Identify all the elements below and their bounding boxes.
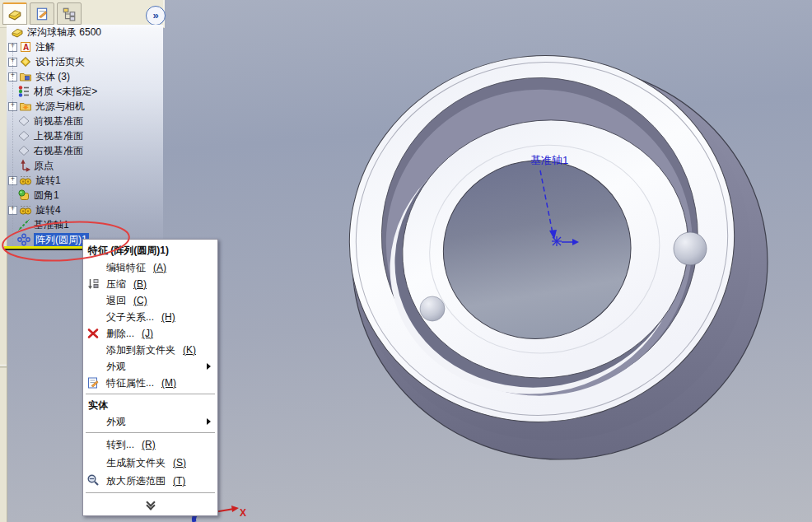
fillet-icon [17, 189, 30, 202]
menu-item-add-to-new-folder[interactable]: 添加到新文件夹(K) [83, 342, 217, 358]
tree-guide-line [12, 44, 13, 252]
plane-icon [17, 114, 30, 128]
triad-x-label: X [240, 507, 246, 519]
feature-manager-part-icon [7, 7, 22, 21]
lights-cameras-folder-icon [19, 100, 32, 113]
context-menu: 特征 (阵列(圆周)1) 编辑特征(A) 压缩(B) 退回(C) 父子关系...… [82, 239, 218, 516]
app-window: X 基准轴1 [0, 0, 812, 522]
tree-item-label: 深沟球轴承 6500 [27, 26, 101, 40]
feature-tree: 深沟球轴承 6500 + A 注解 + 设计活页夹 + 实体 (3) [7, 25, 163, 254]
menu-item-zoom-to-selection[interactable]: 放大所选范围(T) [83, 472, 217, 490]
manager-tab-bar: » [0, 0, 165, 28]
menu-item-go-to[interactable]: 转到...(R) [83, 436, 217, 454]
suppress-icon [86, 277, 100, 291]
menu-item-feature-properties[interactable]: 特征属性...(M) [83, 375, 217, 391]
tree-item-revolve4[interactable]: + 旋转4 [7, 203, 163, 217]
tab-feature-manager[interactable] [2, 2, 27, 25]
tab-configuration-manager[interactable] [57, 2, 82, 25]
axis-icon [17, 218, 30, 231]
menu-item-rollback[interactable]: 退回(C) [83, 292, 217, 309]
configuration-manager-icon [62, 7, 77, 21]
tree-item-fillet1[interactable]: 圆角1 [7, 188, 163, 203]
tree-item-front-plane[interactable]: 前视基准面 [7, 114, 163, 128]
selected-tree-item-label: 阵列(圆周)1 [34, 233, 89, 247]
plane-icon [17, 129, 30, 142]
tree-item-solid-bodies[interactable]: + 实体 (3) [7, 69, 163, 84]
revolve-icon [19, 203, 32, 217]
tree-item-annotations[interactable]: + A 注解 [7, 40, 163, 54]
menu-item-edit-feature[interactable]: 编辑特征(A) [83, 259, 217, 276]
tree-item-lights-cameras[interactable]: + 光源与相机 [7, 99, 163, 114]
tree-item-right-plane[interactable]: 右视基准面 [7, 143, 163, 158]
feature-properties-icon [86, 376, 100, 389]
menu-separator [86, 492, 215, 493]
menu-item-appearance-body[interactable]: 外观 [83, 413, 217, 430]
tree-item-material[interactable]: 材质 <未指定> [7, 84, 163, 99]
tree-item-design-binder[interactable]: + 设计活页夹 [7, 54, 163, 69]
panel-splitter-handle[interactable] [0, 365, 7, 368]
tree-item-revolve1[interactable]: + 旋转1 [7, 173, 163, 188]
menu-separator [86, 394, 215, 394]
property-manager-icon [35, 7, 49, 21]
delete-icon [86, 327, 100, 340]
solid-bodies-folder-icon [19, 70, 32, 83]
menu-item-appearance-feature[interactable]: 外观 [83, 358, 217, 375]
tree-item-part-root[interactable]: 深沟球轴承 6500 [7, 25, 163, 40]
menu-header-feature: 特征 (阵列(圆周)1) [83, 241, 217, 259]
panel-collapse-button[interactable]: » [146, 6, 166, 26]
circular-pattern-icon [17, 233, 30, 246]
submenu-arrow-icon [207, 363, 211, 370]
tab-property-manager[interactable] [30, 2, 54, 25]
menu-expand-button[interactable] [83, 496, 217, 514]
menu-item-parent-child[interactable]: 父子关系...(H) [83, 309, 217, 325]
menu-item-delete[interactable]: 删除...(J) [83, 325, 217, 342]
part-icon [11, 26, 24, 39]
zoom-selection-icon [86, 473, 100, 487]
axis-label[interactable]: 基准轴1 [530, 153, 568, 168]
svg-text:A: A [23, 43, 29, 52]
revolve-icon [19, 174, 32, 187]
tree-item-origin[interactable]: 原点 [7, 158, 163, 173]
annotations-icon: A [19, 40, 32, 54]
origin-icon [17, 159, 30, 172]
menu-item-suppress[interactable]: 压缩(B) [83, 276, 217, 292]
bearing-ball [674, 232, 707, 265]
material-icon [17, 85, 30, 98]
tree-item-top-plane[interactable]: 上视基准面 [7, 128, 163, 143]
plane-icon [17, 144, 30, 157]
bearing-ball [420, 296, 445, 321]
tree-item-axis1[interactable]: 基准轴1 [7, 217, 163, 232]
design-binder-icon [19, 55, 32, 68]
submenu-arrow-icon [207, 418, 211, 425]
menu-header-body: 实体 [83, 397, 217, 413]
menu-item-create-new-folder[interactable]: 生成新文件夹(S) [83, 454, 217, 472]
menu-separator [86, 432, 215, 433]
